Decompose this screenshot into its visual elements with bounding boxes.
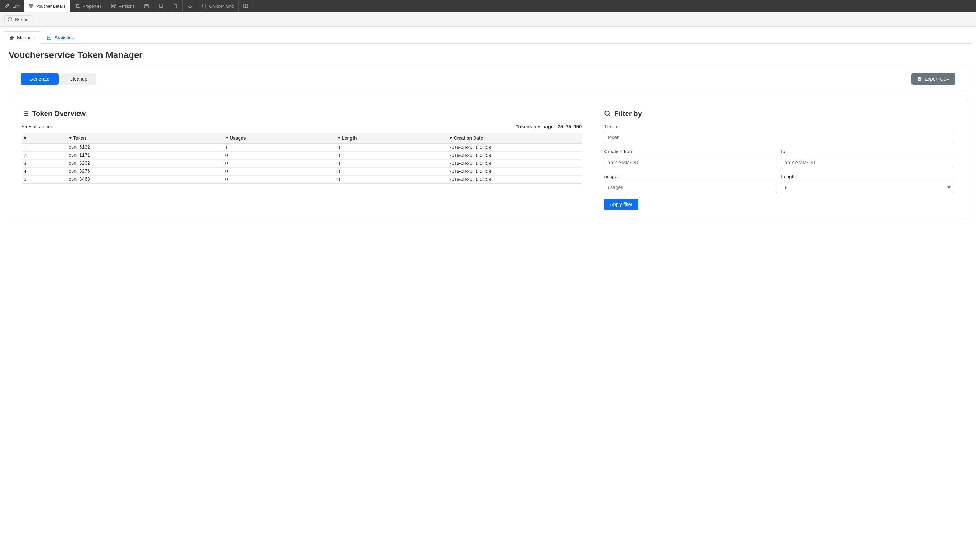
sliders-icon [75, 3, 80, 8]
cell-token: com_8463 [67, 175, 224, 184]
grid-plus-icon [111, 3, 116, 8]
tab-statistics[interactable]: Statistics [41, 32, 79, 43]
per-page-75[interactable]: 75 [566, 124, 572, 129]
to-input[interactable] [781, 157, 954, 168]
token-input[interactable] [604, 132, 954, 143]
tab-edit[interactable]: Edit [0, 0, 24, 12]
tab-manager[interactable]: Manager [4, 32, 41, 43]
cell-length: 8 [335, 175, 447, 184]
book-open-icon [243, 3, 248, 8]
clipboard-icon [173, 3, 178, 8]
reload-bar: Reload [0, 12, 976, 27]
cell-length: 8 [335, 143, 447, 152]
list-icon [22, 110, 29, 117]
tab-label: Children Grid [209, 4, 234, 8]
reload-button[interactable]: Reload [5, 15, 31, 23]
svg-rect-5 [112, 7, 113, 8]
from-label: Creation from [604, 148, 777, 154]
table-row: 5com_8463082019-08-25 16:06:59 [22, 175, 582, 184]
generate-button[interactable]: Generate [20, 73, 58, 85]
tab-voucher-details[interactable]: Voucher Details [24, 0, 70, 12]
home-icon [9, 35, 14, 40]
inner-tabs: Manager Statistics [4, 32, 972, 43]
table-row: 3com_3232082019-08-25 16:06:59 [22, 160, 582, 168]
table-row: 1com_6132182019-08-25 16:06:59 [22, 143, 582, 152]
cell-usages: 0 [224, 152, 335, 160]
to-label: to [781, 148, 954, 154]
svg-point-2 [79, 7, 80, 8]
actions-panel: Generate Cleanup Export CSV [8, 66, 968, 92]
chevron-down-icon [337, 137, 341, 140]
cell-created: 2019-08-25 16:06:59 [447, 160, 582, 168]
reload-label: Reload [15, 17, 28, 22]
svg-point-0 [78, 5, 79, 5]
svg-rect-3 [112, 4, 113, 6]
cell-usages: 0 [224, 175, 335, 184]
tab-clipboard[interactable] [168, 0, 183, 12]
col-idx[interactable]: # [22, 133, 67, 143]
cell-token: com_1171 [67, 152, 224, 160]
tab-tag[interactable] [183, 0, 197, 12]
tab-label: Edit [12, 4, 19, 8]
chart-icon [47, 35, 52, 40]
col-token[interactable]: Token [67, 133, 224, 143]
cell-token: com_3232 [67, 160, 224, 168]
tab-label: Voucher Details [36, 4, 65, 8]
diamond-icon [28, 3, 33, 8]
chevron-down-icon [226, 137, 229, 140]
cell-idx: 5 [22, 175, 67, 184]
cell-length: 8 [335, 160, 447, 168]
cell-token: com_6132 [67, 143, 224, 152]
per-page-150[interactable]: 150 [573, 124, 582, 129]
svg-point-11 [605, 111, 609, 115]
tab-calendar[interactable] [139, 0, 154, 12]
token-label: Token [604, 124, 954, 129]
col-created[interactable]: Creation Date [447, 133, 582, 143]
col-usages[interactable]: Usages [224, 133, 335, 143]
top-toolbar: Edit Voucher Details Properties Versions… [0, 0, 976, 12]
from-input[interactable] [604, 157, 777, 168]
cell-usages: 0 [224, 168, 335, 175]
tag-icon [187, 3, 192, 8]
export-csv-button[interactable]: Export CSV [911, 73, 956, 85]
chevron-down-icon [69, 137, 72, 140]
cell-idx: 3 [22, 160, 67, 168]
tab-bookmark[interactable] [154, 0, 168, 12]
tab-book[interactable] [239, 0, 253, 12]
cell-idx: 4 [22, 168, 67, 175]
apply-filter-button[interactable]: Apply filter [604, 198, 638, 210]
cell-created: 2019-08-25 16:06:59 [447, 168, 582, 175]
per-page: Tokens per page: 25 75 150 [516, 124, 582, 129]
length-label: Length [781, 173, 954, 179]
tab-children-grid[interactable]: Children Grid [197, 0, 239, 12]
bookmark-icon [159, 3, 164, 8]
col-length[interactable]: Length [335, 133, 447, 143]
tab-label: Properties [82, 4, 101, 8]
cleanup-button[interactable]: Cleanup [60, 73, 97, 85]
cell-length: 8 [335, 152, 447, 160]
export-label: Export CSV [925, 76, 950, 82]
svg-rect-4 [114, 4, 115, 6]
tab-versions[interactable]: Versions [107, 0, 139, 12]
table-row: 2com_1171082019-08-25 16:06:59 [22, 152, 582, 160]
cell-created: 2019-08-25 16:06:59 [447, 175, 582, 184]
svg-point-10 [202, 4, 205, 7]
tab-label: Manager [17, 35, 36, 40]
length-select[interactable]: 8 [781, 182, 954, 193]
pencil-icon [5, 3, 10, 8]
cell-created: 2019-08-25 16:06:59 [447, 152, 582, 160]
tab-properties[interactable]: Properties [70, 0, 106, 12]
cell-token: com_8276 [67, 168, 224, 175]
tab-label: Statistics [55, 35, 74, 40]
per-page-25[interactable]: 25 [558, 124, 563, 129]
usages-label: usages [604, 173, 777, 179]
cell-idx: 1 [22, 143, 67, 152]
cell-created: 2019-08-25 16:06:59 [447, 143, 582, 152]
tokens-table: # Token Usages Length Creation Date 1com… [22, 133, 582, 184]
usages-input[interactable] [604, 182, 777, 193]
cell-length: 8 [335, 168, 447, 175]
cell-idx: 2 [22, 152, 67, 160]
calendar-check-icon [144, 3, 149, 8]
main-panel: Token Overview 5 results found. Tokens p… [8, 99, 968, 220]
svg-point-9 [189, 5, 189, 5]
